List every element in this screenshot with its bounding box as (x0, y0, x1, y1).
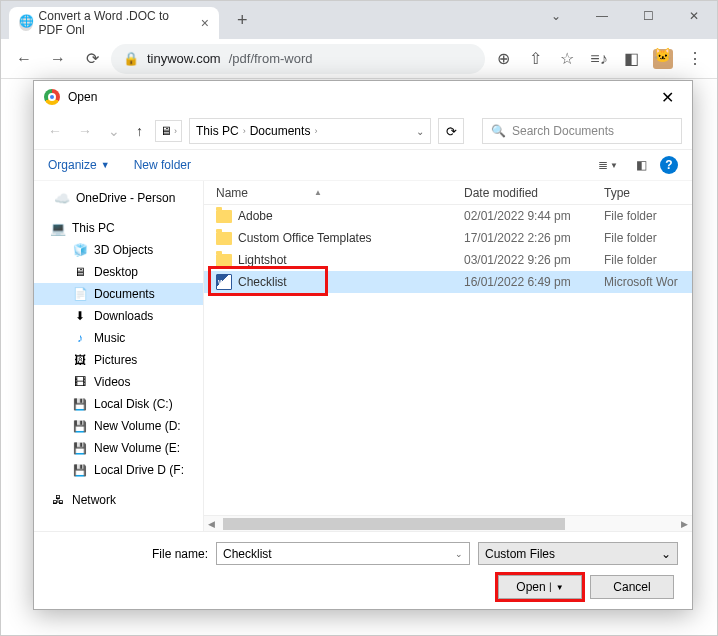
search-input[interactable]: 🔍 Search Documents (482, 118, 682, 144)
help-icon[interactable]: ? (660, 156, 678, 174)
word-doc-icon (216, 274, 232, 290)
filename-value: Checklist (223, 547, 272, 561)
sidebar-item-pictures[interactable]: 🖼Pictures (34, 349, 203, 371)
share-icon[interactable]: ⇧ (521, 44, 549, 74)
music-icon: ♪ (72, 330, 88, 346)
dialog-buttons: Open ▏▼ Cancel (48, 575, 678, 599)
disk-icon (72, 418, 88, 434)
dialog-toolbar: Organize ▼ New folder ≣ ▼ ◧ ? (34, 149, 692, 181)
browser-tab[interactable]: Convert a Word .DOC to PDF Onl × (9, 7, 219, 39)
filetype-select[interactable]: Custom Files ⌄ (478, 542, 678, 565)
crumb-dropdown-icon[interactable]: ⌄ (416, 126, 424, 137)
network-icon (50, 492, 66, 508)
breadcrumb-root-icon[interactable]: 🖥 › (155, 120, 182, 142)
file-row-selected[interactable]: Checklist 16/01/2022 6:49 pm Microsoft W… (204, 271, 692, 293)
horizontal-scrollbar[interactable]: ◀ ▶ (204, 515, 692, 531)
chevron-down-icon[interactable]: ⌄ (533, 1, 579, 31)
extensions: ⊕ ⇧ ☆ ≡♪ ◧ ⋮ (489, 44, 709, 74)
sidebar-item-newvolume-e[interactable]: New Volume (E: (34, 437, 203, 459)
preview-pane-button[interactable]: ◧ (631, 155, 652, 175)
reload-button[interactable]: ⟳ (77, 44, 107, 74)
nav-back-icon[interactable]: ← (44, 121, 66, 141)
sidebar-item-localdisk-c[interactable]: Local Disk (C:) (34, 393, 203, 415)
minimize-button[interactable]: — (579, 1, 625, 31)
pictures-icon: 🖼 (72, 352, 88, 368)
new-tab-button[interactable]: + (229, 6, 256, 35)
close-tab-icon[interactable]: × (201, 15, 209, 31)
scroll-arrow-right-icon[interactable]: ▶ (677, 519, 692, 529)
close-window-button[interactable]: ✕ (671, 1, 717, 31)
maximize-button[interactable]: ☐ (625, 1, 671, 31)
pc-icon (50, 220, 66, 236)
open-button[interactable]: Open ▏▼ (498, 575, 582, 599)
file-row[interactable]: Lightshot 03/01/2022 9:26 pm File folder (204, 249, 692, 271)
address-bar[interactable]: 🔒 tinywow.com/pdf/from-word (111, 44, 485, 74)
refresh-button[interactable]: ⟳ (438, 118, 464, 144)
profile-icon[interactable] (649, 44, 677, 74)
sidebar-item-newvolume-d[interactable]: New Volume (D: (34, 415, 203, 437)
scroll-arrow-left-icon[interactable]: ◀ (204, 519, 219, 529)
sidebar-item-desktop[interactable]: 🖥Desktop (34, 261, 203, 283)
view-mode-button[interactable]: ≣ ▼ (593, 155, 623, 175)
star-icon[interactable]: ☆ (553, 44, 581, 74)
sidebar-item-network[interactable]: Network (34, 489, 203, 511)
desktop-icon: 🖥 (72, 264, 88, 280)
sidebar-item-localdrive-f[interactable]: Local Drive D (F: (34, 459, 203, 481)
playlist-icon[interactable]: ≡♪ (585, 44, 613, 74)
disk-icon (72, 462, 88, 478)
annotation-highlight (495, 572, 585, 602)
breadcrumb[interactable]: This PC › Documents › ⌄ (189, 118, 431, 144)
column-type[interactable]: Type (604, 186, 692, 200)
file-row[interactable]: Custom Office Templates 17/01/2022 2:26 … (204, 227, 692, 249)
column-date[interactable]: Date modified (464, 186, 604, 200)
window-controls: ⌄ — ☐ ✕ (533, 1, 717, 31)
globe-icon (19, 15, 33, 31)
documents-icon: 📄 (72, 286, 88, 302)
cancel-button[interactable]: Cancel (590, 575, 674, 599)
browser-toolbar: ← → ⟳ 🔒 tinywow.com/pdf/from-word ⊕ ⇧ ☆ … (1, 39, 717, 79)
sidebar-item-3dobjects[interactable]: 🧊3D Objects (34, 239, 203, 261)
column-name[interactable]: Name▲ (204, 186, 464, 200)
crumb-documents[interactable]: Documents (250, 124, 311, 138)
forward-button[interactable]: → (43, 44, 73, 74)
tab-strip: Convert a Word .DOC to PDF Onl × + ⌄ — ☐… (1, 1, 717, 39)
sidebar[interactable]: OneDrive - Person This PC 🧊3D Objects 🖥D… (34, 181, 204, 531)
chevron-down-icon[interactable]: ⌄ (455, 549, 463, 559)
sidebar-item-thispc[interactable]: This PC (34, 217, 203, 239)
back-button[interactable]: ← (9, 44, 39, 74)
sidebar-item-onedrive[interactable]: OneDrive - Person (34, 187, 203, 209)
videos-icon: 🎞 (72, 374, 88, 390)
file-open-dialog: Open ✕ ← → ⌄ ↑ 🖥 › This PC › Documents ›… (33, 80, 693, 610)
zoom-icon[interactable]: ⊕ (489, 44, 517, 74)
nav-up-icon[interactable]: ↑ (132, 121, 147, 141)
dialog-titlebar: Open ✕ (34, 81, 692, 113)
menu-icon[interactable]: ⋮ (681, 44, 709, 74)
url-path: /pdf/from-word (229, 51, 313, 66)
sidebar-item-music[interactable]: ♪Music (34, 327, 203, 349)
file-rows[interactable]: Adobe 02/01/2022 9:44 pm File folder Cus… (204, 205, 692, 515)
folder-icon (216, 254, 232, 267)
file-row[interactable]: Adobe 02/01/2022 9:44 pm File folder (204, 205, 692, 227)
disk-icon (72, 440, 88, 456)
new-folder-button[interactable]: New folder (134, 158, 191, 172)
sidebar-item-documents[interactable]: 📄Documents (34, 283, 203, 305)
filename-input[interactable]: Checklist ⌄ (216, 542, 470, 565)
crumb-thispc[interactable]: This PC (196, 124, 239, 138)
sort-arrow-icon: ▲ (314, 188, 322, 197)
sidebar-item-downloads[interactable]: ⬇Downloads (34, 305, 203, 327)
tab-title: Convert a Word .DOC to PDF Onl (39, 9, 191, 37)
scrollbar-thumb[interactable] (223, 518, 565, 530)
file-list-header[interactable]: Name▲ Date modified Type (204, 181, 692, 205)
filetype-value: Custom Files (485, 547, 555, 561)
sidepanel-icon[interactable]: ◧ (617, 44, 645, 74)
sidebar-item-videos[interactable]: 🎞Videos (34, 371, 203, 393)
folder-icon (216, 210, 232, 223)
organize-button[interactable]: Organize ▼ (48, 158, 110, 172)
dialog-body: OneDrive - Person This PC 🧊3D Objects 🖥D… (34, 181, 692, 531)
chevron-right-icon: › (243, 126, 246, 136)
chevron-down-icon: ▼ (101, 160, 110, 170)
nav-recent-icon[interactable]: ⌄ (104, 121, 124, 141)
nav-forward-icon: → (74, 121, 96, 141)
chevron-down-icon[interactable]: ⌄ (661, 547, 671, 561)
dialog-close-button[interactable]: ✕ (653, 84, 682, 111)
